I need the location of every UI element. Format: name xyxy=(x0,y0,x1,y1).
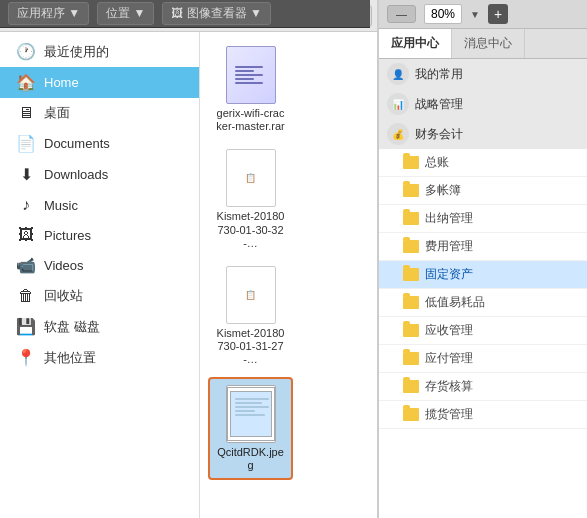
sidebar-item-label: 软盘 磁盘 xyxy=(44,318,100,336)
sidebar-item-label: 桌面 xyxy=(44,104,70,122)
list-item[interactable]: 出纳管理 xyxy=(379,205,587,233)
top-menubar: 应用程序 ▼ 位置 ▼ 🖼 图像查看器 ▼ xyxy=(0,0,370,28)
right-panel-header: — 80% ▼ + xyxy=(379,0,587,29)
sidebar-item-other[interactable]: 📍 其他位置 xyxy=(0,342,199,373)
sidebar-item-label: 其他位置 xyxy=(44,349,96,367)
sidebar-item-downloads[interactable]: ⬇ Downloads xyxy=(0,159,199,190)
list-item[interactable]: 费用管理 xyxy=(379,233,587,261)
sidebar-item-label: 回收站 xyxy=(44,287,83,305)
folder-icon xyxy=(403,352,419,365)
list-item[interactable]: 总账 xyxy=(379,149,587,177)
finance-avatar: 💰 xyxy=(387,123,409,145)
sidebar-item-label: 最近使用的 xyxy=(44,43,109,61)
list-item[interactable]: 应付管理 xyxy=(379,345,587,373)
fm-filelist: gerix-wifi-cracker-master.rar 📋 Kismet-2… xyxy=(200,32,380,518)
item-label: 揽货管理 xyxy=(425,406,473,423)
sidebar-item-recent[interactable]: 🕐 最近使用的 xyxy=(0,36,199,67)
sidebar-item-label: Pictures xyxy=(44,228,91,243)
list-item[interactable]: 揽货管理 xyxy=(379,401,587,429)
item-label: 总账 xyxy=(425,154,449,171)
list-item[interactable]: 多帐簿 xyxy=(379,177,587,205)
folder-icon xyxy=(403,156,419,169)
zoom-down-arrow[interactable]: ▼ xyxy=(470,9,480,20)
music-icon: ♪ xyxy=(16,196,36,214)
sidebar-item-pictures[interactable]: 🖼 Pictures xyxy=(0,220,199,250)
videos-icon: 📹 xyxy=(16,256,36,275)
folder-icon xyxy=(403,324,419,337)
common-label: 我的常用 xyxy=(415,66,463,83)
sidebar-item-videos[interactable]: 📹 Videos xyxy=(0,250,199,281)
file-name: QcitdRDK.jpeg xyxy=(216,446,285,472)
list-item[interactable]: 低值易耗品 xyxy=(379,289,587,317)
zoom-display: 80% xyxy=(424,4,462,24)
list-item[interactable]: 📋 Kismet-20180730-01-31-27-… xyxy=(208,260,293,373)
item-label: 出纳管理 xyxy=(425,210,473,227)
file-name: Kismet-20180730-01-30-32-… xyxy=(214,210,287,250)
file-icon-image xyxy=(226,385,276,443)
file-name: gerix-wifi-cracker-master.rar xyxy=(214,107,287,133)
section-common[interactable]: 👤 我的常用 xyxy=(379,59,587,89)
list-item[interactable]: gerix-wifi-cracker-master.rar xyxy=(208,40,293,139)
floppy-icon: 💾 xyxy=(16,317,36,336)
pictures-icon: 🖼 xyxy=(16,226,36,244)
strategy-avatar: 📊 xyxy=(387,93,409,115)
folder-icon xyxy=(403,240,419,253)
other-icon: 📍 xyxy=(16,348,36,367)
list-item[interactable]: 存货核算 xyxy=(379,373,587,401)
sidebar-item-desktop[interactable]: 🖥 桌面 xyxy=(0,98,199,128)
sidebar-item-label: Documents xyxy=(44,136,110,151)
downloads-icon: ⬇ xyxy=(16,165,36,184)
item-label: 费用管理 xyxy=(425,238,473,255)
folder-icon xyxy=(403,184,419,197)
list-item[interactable]: 📋 Kismet-20180730-01-30-32-… xyxy=(208,143,293,256)
file-icon-generic2: 📋 xyxy=(226,266,276,324)
item-label: 多帐簿 xyxy=(425,182,461,199)
sidebar-item-trash[interactable]: 🗑 回收站 xyxy=(0,281,199,311)
tab-app-center[interactable]: 应用中心 xyxy=(379,29,452,58)
folder-icon xyxy=(403,408,419,421)
image-viewer-menu[interactable]: 🖼 图像查看器 ▼ xyxy=(162,2,271,25)
sidebar-item-music[interactable]: ♪ Music xyxy=(0,190,199,220)
item-label: 存货核算 xyxy=(425,378,473,395)
strategy-label: 战略管理 xyxy=(415,96,463,113)
list-item-selected[interactable]: QcitdRDK.jpeg xyxy=(208,377,293,480)
folder-icon xyxy=(403,212,419,225)
documents-icon: 📄 xyxy=(16,134,36,153)
sidebar-item-label: Downloads xyxy=(44,167,108,182)
sidebar-item-label: Music xyxy=(44,198,78,213)
item-label: 应收管理 xyxy=(425,322,473,339)
file-manager: ◀ ▶ ◀ 🏠 主文件夹 ▶ ▶ 🕐 最近使用的 🏠 Home 🖥 桌面 xyxy=(0,0,380,518)
section-finance[interactable]: 💰 财务会计 xyxy=(379,119,587,149)
item-label: 固定资产 xyxy=(425,266,473,283)
tab-messages[interactable]: 消息中心 xyxy=(452,29,525,58)
desktop-icon: 🖥 xyxy=(16,104,36,122)
location-menu[interactable]: 位置 ▼ xyxy=(97,2,154,25)
fm-sidebar: 🕐 最近使用的 🏠 Home 🖥 桌面 📄 Documents ⬇ Downlo… xyxy=(0,32,200,518)
apps-menu[interactable]: 应用程序 ▼ xyxy=(8,2,89,25)
right-panel: — 80% ▼ + 应用中心 消息中心 👤 我的常用 📊 战略管理 💰 财务会计… xyxy=(377,0,587,518)
trash-icon: 🗑 xyxy=(16,287,36,305)
fm-content: 🕐 最近使用的 🏠 Home 🖥 桌面 📄 Documents ⬇ Downlo… xyxy=(0,32,380,518)
folder-icon xyxy=(403,380,419,393)
recent-icon: 🕐 xyxy=(16,42,36,61)
file-icon-rar xyxy=(226,46,276,104)
sidebar-item-floppy[interactable]: 💾 软盘 磁盘 xyxy=(0,311,199,342)
app-list: 👤 我的常用 📊 战略管理 💰 财务会计 总账 多帐簿 出纳管理 费用管理 xyxy=(379,59,587,518)
home-icon: 🏠 xyxy=(16,73,36,92)
app-tabs: 应用中心 消息中心 xyxy=(379,29,587,59)
common-avatar: 👤 xyxy=(387,63,409,85)
section-strategy[interactable]: 📊 战略管理 xyxy=(379,89,587,119)
list-item-active[interactable]: 固定资产 xyxy=(379,261,587,289)
minimize-button[interactable]: — xyxy=(387,5,416,23)
folder-icon xyxy=(403,268,419,281)
add-button[interactable]: + xyxy=(488,4,508,24)
sidebar-item-home[interactable]: 🏠 Home xyxy=(0,67,199,98)
folder-icon xyxy=(403,296,419,309)
finance-label: 财务会计 xyxy=(415,126,463,143)
list-item[interactable]: 应收管理 xyxy=(379,317,587,345)
sidebar-item-label: Videos xyxy=(44,258,84,273)
sidebar-item-documents[interactable]: 📄 Documents xyxy=(0,128,199,159)
item-label: 低值易耗品 xyxy=(425,294,485,311)
item-label: 应付管理 xyxy=(425,350,473,367)
file-icon-generic: 📋 xyxy=(226,149,276,207)
